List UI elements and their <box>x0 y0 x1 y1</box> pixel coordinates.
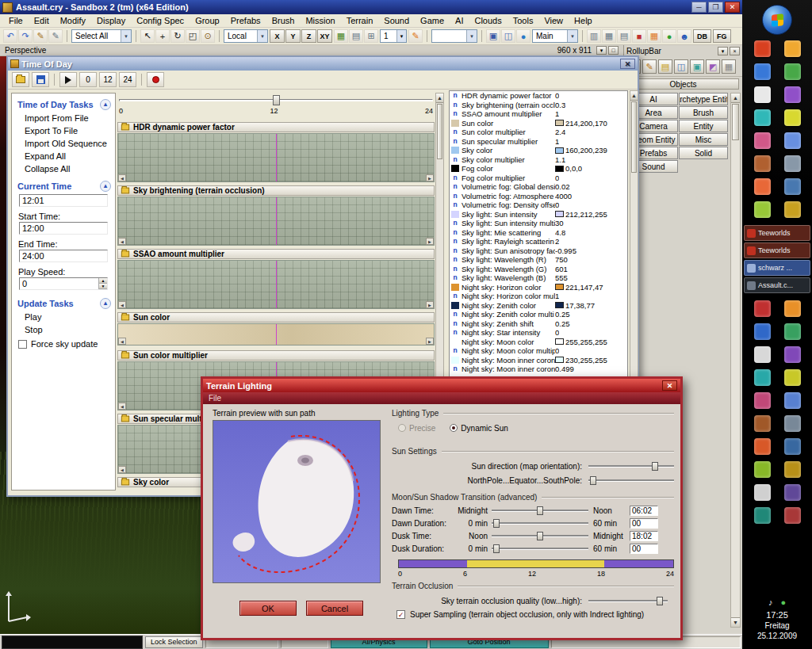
selection-combo[interactable]: ▼ <box>431 29 477 43</box>
tray-icon[interactable]: ● <box>780 597 786 607</box>
parameter-row[interactable]: Night sky: Horizon color 221,147,47 <box>450 283 627 292</box>
axis-button[interactable]: XY <box>317 29 332 43</box>
launcher-icon[interactable] <box>784 323 801 340</box>
scroll-left-icon[interactable]: ◀ <box>118 301 126 308</box>
menu-item[interactable]: Help <box>569 15 598 26</box>
parameter-value[interactable]: 0,0,0 <box>565 164 582 173</box>
toolbar-icon[interactable]: ↷ <box>18 29 33 43</box>
transition-slider[interactable] <box>492 530 588 541</box>
supersampling-checkbox[interactable]: ✓ <box>396 610 405 619</box>
slider-thumb[interactable] <box>493 519 500 528</box>
launcher-icon[interactable] <box>754 201 771 218</box>
end-time-field[interactable]: 24:00 <box>19 250 108 262</box>
task-link[interactable]: Stop <box>12 323 115 336</box>
axis-button[interactable]: Z <box>301 29 316 43</box>
parameter-row[interactable]: Night sky: Zenith color 17,38,77 <box>450 301 627 311</box>
open-file-button[interactable] <box>12 72 29 87</box>
object-type-button[interactable]: Entity <box>679 120 728 132</box>
scroll-right-icon[interactable]: ▶ <box>426 338 434 345</box>
parameter-row[interactable]: n Fog color multiplier 0 <box>450 174 627 183</box>
scroll-left-icon[interactable]: ◀ <box>118 466 126 473</box>
track-header[interactable]: Sky brightening (terrain occlusion) <box>117 185 435 196</box>
parameter-value[interactable]: 0 <box>555 91 559 100</box>
launcher-icon[interactable] <box>754 461 771 478</box>
transition-value-field[interactable]: 06:02 <box>630 506 658 516</box>
taskbar-clock[interactable]: 17:25 Freitag 25.12.2009 <box>742 610 812 649</box>
launcher-icon[interactable] <box>784 369 801 386</box>
launcher-icon[interactable] <box>754 155 771 172</box>
scroll-right-icon[interactable]: ▶ <box>426 301 434 308</box>
launcher-icon[interactable] <box>784 201 801 218</box>
parameter-value[interactable]: 1 <box>555 137 559 146</box>
scroll-thumb[interactable] <box>732 104 739 140</box>
launcher-icon[interactable] <box>754 346 771 363</box>
menu-item[interactable]: File <box>3 15 29 26</box>
launcher-icon[interactable] <box>784 392 801 409</box>
current-time-field[interactable]: 12:01 <box>19 194 108 207</box>
toolbar-icon[interactable]: ▤ <box>349 29 363 43</box>
launcher-icon[interactable] <box>784 346 801 363</box>
toolbar-icon[interactable]: ⊞ <box>364 29 378 43</box>
launcher-icon[interactable] <box>754 300 771 317</box>
rollup-tab[interactable]: ▣ <box>690 59 704 74</box>
scroll-thumb[interactable] <box>437 104 442 159</box>
parameter-row[interactable]: Sky color 160,200,239 <box>450 146 627 155</box>
dynamic-sun-option[interactable]: Dynamic Sun <box>450 424 508 433</box>
parameter-value[interactable]: 221,147,47 <box>565 283 603 292</box>
parameter-value[interactable]: 750 <box>555 255 568 264</box>
pin-icon[interactable]: ▾ <box>718 47 728 55</box>
task-link[interactable]: Import From File <box>12 112 115 124</box>
object-type-button[interactable]: Misc <box>679 133 728 146</box>
scroll-left-icon[interactable]: ◀ <box>118 403 126 410</box>
layout-combo[interactable]: Main▼ <box>532 29 578 43</box>
chevron-up-icon[interactable]: ▴ <box>100 298 111 309</box>
menu-item[interactable]: Config Spec <box>131 15 190 26</box>
start-time-field[interactable]: 12:00 <box>19 222 108 235</box>
menu-item[interactable]: Modify <box>55 15 91 26</box>
sun-direction-slider[interactable] <box>588 460 674 471</box>
record-button[interactable] <box>147 72 164 87</box>
parameter-row[interactable]: n Sun color multiplier 2.4 <box>450 128 627 137</box>
parameter-row[interactable]: Sun color 214,200,170 <box>450 119 627 128</box>
menu-item[interactable]: Display <box>91 15 131 26</box>
menu-item[interactable]: Group <box>190 15 225 26</box>
rollup-tab[interactable]: ▦ <box>722 59 736 74</box>
parameter-value[interactable]: 4000 <box>555 192 572 200</box>
transition-value-field[interactable]: 18:02 <box>630 531 658 541</box>
track-header[interactable]: Sun color multiplier <box>117 350 435 361</box>
toolbar-icon[interactable]: ◰ <box>186 29 200 43</box>
objects-panel-header[interactable]: Objects <box>627 78 739 90</box>
chevron-up-icon[interactable]: ▴ <box>100 99 111 110</box>
axis-button[interactable]: Y <box>285 29 301 43</box>
taskbar-window-button[interactable]: Teeworlds <box>744 225 810 241</box>
parameter-value[interactable]: 0.25 <box>555 319 570 328</box>
launcher-icon[interactable] <box>784 63 801 80</box>
track-header[interactable]: SSAO amount multiplier <box>117 249 435 259</box>
parameter-value[interactable]: 0 <box>555 328 559 337</box>
launcher-icon[interactable] <box>754 178 771 195</box>
terrain-preview[interactable] <box>213 420 381 583</box>
tod-close-button[interactable]: ✕ <box>620 59 635 69</box>
parameter-row[interactable]: n HDR dynamic power factor 0 <box>450 91 627 101</box>
scroll-right-icon[interactable]: ▶ <box>426 238 434 245</box>
parameter-row[interactable]: n Night sky: Moon inner coron 0.499 <box>450 365 627 374</box>
tasks-section-header[interactable]: Time of Day Tasks▴ <box>12 94 115 112</box>
scroll-up-icon[interactable]: ▲ <box>630 91 638 101</box>
rollup-tab[interactable]: ◫ <box>674 59 688 74</box>
parameter-value[interactable]: 2 <box>555 237 559 246</box>
maximize-button[interactable]: ❐ <box>708 2 723 13</box>
color-swatch[interactable] <box>555 147 564 154</box>
close-icon[interactable]: × <box>730 47 740 55</box>
launcher-icon[interactable] <box>754 369 771 386</box>
toolbar-icon[interactable]: + <box>155 29 170 43</box>
parameter-value[interactable]: 30 <box>555 219 564 227</box>
rollup-tab[interactable]: ◩ <box>706 59 720 74</box>
slider-thumb[interactable] <box>590 476 596 485</box>
object-type-button[interactable]: Solid <box>679 147 728 159</box>
color-swatch[interactable] <box>555 120 564 126</box>
scroll-up-icon[interactable]: ▲ <box>731 94 740 103</box>
parameter-row[interactable]: n Night sky: Star intensity 0 <box>450 328 627 338</box>
time-slider-handle[interactable] <box>273 95 280 105</box>
launcher-icon[interactable] <box>754 323 771 340</box>
save-button[interactable] <box>32 72 49 87</box>
